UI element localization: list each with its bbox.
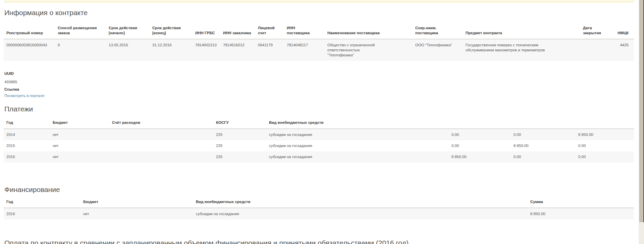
table-cell: 2015 bbox=[4, 140, 50, 151]
table-cell: 4425 bbox=[615, 39, 634, 61]
financing-table: ГодБюджетВид внебюджетных средствСумма20… bbox=[4, 197, 634, 219]
table-row: 2015нет225субсидии на госзадания0.008 85… bbox=[4, 140, 634, 151]
column-header: ИНН ГРБС bbox=[193, 20, 220, 39]
vertical-scrollbar bbox=[638, 0, 644, 244]
table-cell: субсидии на госзадания bbox=[266, 129, 449, 141]
table-cell: 0.00 bbox=[449, 140, 511, 151]
table-cell: 13.05.2016 bbox=[106, 39, 150, 61]
column-header: Сумма bbox=[528, 197, 634, 208]
section-title-financing: Финансирование bbox=[4, 186, 60, 194]
section-title-next-clipped: Оплата по контракту в сравнении с заплан… bbox=[4, 239, 409, 244]
column-header: ИНН заказчика bbox=[220, 20, 255, 39]
column-header: Дата закрытия bbox=[580, 20, 615, 39]
table-cell: субсидии на госзадания bbox=[266, 151, 449, 162]
column-header: ИНН поставщика bbox=[284, 20, 325, 39]
table-cell: нет bbox=[50, 151, 109, 162]
column-header: Сокр.наим. поставщика bbox=[413, 20, 463, 39]
table-cell: 8 850.00 bbox=[528, 208, 634, 220]
table-header-row: ГодБюджетВид внебюджетных средствСумма bbox=[4, 197, 634, 208]
column-header: Год bbox=[4, 197, 80, 208]
table-cell bbox=[109, 140, 213, 151]
table-cell: 2016 bbox=[4, 208, 80, 220]
table-cell: 8 850.00 bbox=[511, 140, 576, 151]
column-header: Вид внебюджетных средств bbox=[266, 117, 449, 129]
table-cell bbox=[109, 129, 213, 141]
table-cell: 8 850.00 bbox=[449, 151, 511, 162]
section-title-payments: Платежи bbox=[4, 105, 33, 113]
table-cell: 31.12.2016 bbox=[150, 39, 193, 61]
column-header bbox=[511, 117, 576, 129]
column-header: Наименование поставщика bbox=[325, 20, 413, 39]
column-header: КОСГУ bbox=[213, 117, 266, 129]
table-cell: 225 bbox=[213, 140, 266, 151]
table-cell: Государственная поверка с техническим об… bbox=[463, 39, 580, 61]
column-header: Срок действия [конец] bbox=[150, 20, 193, 39]
table-cell: Общество с ограниченной ответственностью… bbox=[325, 39, 413, 61]
table-cell: 9 bbox=[55, 39, 106, 61]
column-header: Счёт расходов bbox=[109, 117, 213, 129]
table-cell: 225 bbox=[213, 129, 266, 141]
table-cell: субсидии на госзадания bbox=[193, 208, 528, 220]
column-header: Бюджет bbox=[80, 197, 193, 208]
column-header: Бюджет bbox=[50, 117, 109, 129]
table-cell: 0000006003816000043 bbox=[4, 39, 55, 61]
table-cell: 0.00 bbox=[449, 129, 511, 141]
contract-table: Реестровый номерСпособ размещения заказа… bbox=[4, 20, 634, 61]
table-row: 2014нет225субсидии на госзадания0.000.00… bbox=[4, 129, 634, 141]
column-header bbox=[576, 117, 634, 129]
column-header: Вид внебюджетных средств bbox=[193, 197, 528, 208]
column-header: Способ размещения заказа bbox=[55, 20, 106, 39]
top-accent-bar bbox=[4, 0, 634, 3]
table-cell: 0641179 bbox=[255, 39, 284, 61]
table-cell: ООО "Теплофизика" bbox=[413, 39, 463, 61]
column-header: Срок действия [начало] bbox=[106, 20, 150, 39]
scrollbar-track[interactable] bbox=[639, 222, 644, 244]
column-header: Предмет контракта bbox=[463, 20, 580, 39]
table-cell: 0.00 bbox=[511, 129, 576, 141]
table-cell: нет bbox=[50, 129, 109, 141]
table-row: 0000006003816000043913.05.201631.12.2016… bbox=[4, 39, 634, 61]
table-cell: 225 bbox=[213, 151, 266, 162]
table-cell: 0.00 bbox=[511, 151, 576, 162]
table-cell: нет bbox=[80, 208, 193, 220]
column-header: НМЦК bbox=[615, 20, 634, 39]
table-cell: 2014 bbox=[4, 129, 50, 141]
table-row: 2016нет225субсидии на госзадания8 850.00… bbox=[4, 151, 634, 162]
payments-table: ГодБюджетСчёт расходовКОСГУВид внебюджет… bbox=[4, 117, 634, 162]
table-cell: 8 850.00 bbox=[576, 129, 634, 141]
table-header-row: ГодБюджетСчёт расходовКОСГУВид внебюджет… bbox=[4, 117, 634, 129]
table-cell: 7814516012 bbox=[220, 39, 255, 61]
table-cell: 0.00 bbox=[576, 151, 634, 162]
link-label: Ссылка bbox=[4, 87, 44, 92]
uuid-label: UUID bbox=[4, 71, 44, 76]
scrollbar-thumb[interactable] bbox=[639, 0, 644, 222]
table-cell: 7814048117 bbox=[284, 39, 325, 61]
table-header-row: Реестровый номерСпособ размещения заказа… bbox=[4, 20, 634, 39]
payments-table-wrap: ГодБюджетСчёт расходовКОСГУВид внебюджет… bbox=[4, 117, 634, 162]
column-header: Реестровый номер bbox=[4, 20, 55, 39]
table-cell: 2016 bbox=[4, 151, 50, 162]
column-header bbox=[449, 117, 511, 129]
table-cell: 7814002313 bbox=[193, 39, 220, 61]
table-cell: 0.00 bbox=[576, 140, 634, 151]
financing-table-wrap: ГодБюджетВид внебюджетных средствСумма20… bbox=[4, 197, 634, 219]
contract-table-wrap: Реестровый номерСпособ размещения заказа… bbox=[4, 20, 634, 61]
section-title-contract-info: Информация о контракте bbox=[4, 9, 88, 17]
table-cell bbox=[109, 151, 213, 162]
table-cell bbox=[580, 39, 615, 61]
uuid-value: 493885 bbox=[4, 80, 44, 85]
table-cell: нет bbox=[50, 140, 109, 151]
column-header: Лицевой счет bbox=[255, 20, 284, 39]
view-in-portal-link[interactable]: Посмотреть в портале bbox=[4, 94, 44, 98]
contract-meta-block: UUID 493885 Ссылка Посмотреть в портале bbox=[4, 71, 44, 98]
column-header: Год bbox=[4, 117, 50, 129]
table-row: 2016нетсубсидии на госзадания8 850.00 bbox=[4, 208, 634, 220]
table-cell: субсидии на госзадания bbox=[266, 140, 449, 151]
